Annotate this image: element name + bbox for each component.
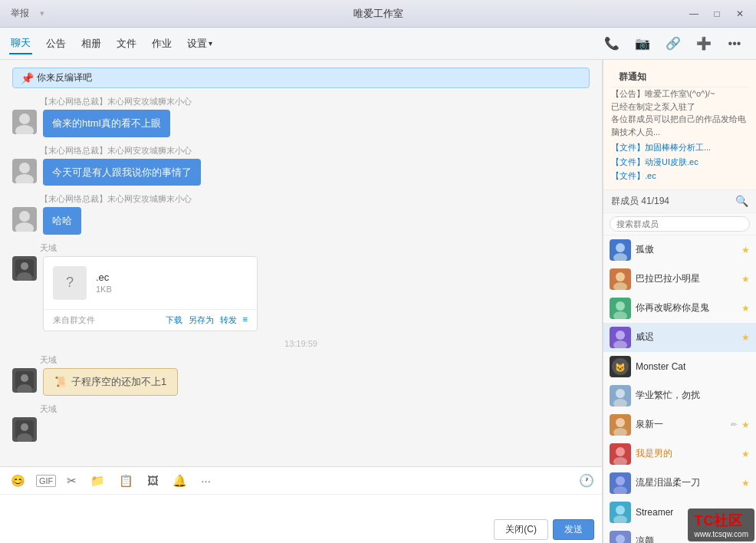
star-icon: ★ — [741, 245, 750, 255]
image-button[interactable]: 🖼 — [144, 472, 162, 489]
star-icon: ★ — [741, 303, 750, 314]
share-icon-btn[interactable]: 🔗 — [661, 31, 685, 56]
notice-file-1[interactable]: 【文件】加固棒棒分析工... — [611, 140, 748, 155]
minimize-button[interactable]: — — [684, 4, 704, 24]
file-info: .ec 1KB — [96, 272, 248, 294]
pin-icon: 📌 — [21, 72, 34, 84]
msg-sender-header: 天域 — [12, 242, 590, 254]
nav-homework[interactable]: 作业 — [150, 34, 173, 54]
member-name: 我是男的 — [636, 447, 737, 460]
avatar — [12, 368, 37, 393]
msg-row: 📜 子程序空的还加不上1 — [12, 368, 590, 396]
nav-notice[interactable]: 公告 — [44, 34, 67, 54]
members-search-button[interactable]: 🔍 — [735, 195, 748, 207]
history-clock-button[interactable]: 🕐 — [579, 473, 594, 488]
msg-sender-header: 天域 — [12, 403, 590, 415]
bell-button[interactable]: 🔔 — [169, 472, 190, 489]
file-download-link[interactable]: 下载 — [166, 314, 182, 326]
report-dropdown[interactable]: ▾ — [40, 8, 44, 18]
svg-point-2 — [19, 163, 30, 173]
svg-point-7 — [21, 262, 28, 270]
svg-point-10 — [21, 374, 28, 382]
svg-point-20 — [613, 311, 627, 319]
scissors-button[interactable]: ✂ — [64, 472, 80, 489]
svg-point-21 — [616, 331, 625, 340]
member-item-streamer[interactable]: Streamer — [603, 498, 756, 527]
call-icon-btn[interactable]: 📞 — [600, 31, 624, 56]
msg-row: 今天可是有人跟我说你的事情了 — [12, 159, 590, 186]
member-avatar — [610, 327, 631, 348]
member-avatar — [610, 268, 631, 290]
member-avatar — [610, 385, 631, 406]
pencil-icon: ✏ — [731, 420, 737, 429]
member-item[interactable]: 凉颜 — [603, 527, 756, 544]
send-buttons: 关闭(C) 发送 — [494, 519, 594, 540]
member-item[interactable]: 你再改昵称你是鬼 ★ — [603, 294, 756, 323]
member-name: 凉颜 — [636, 535, 750, 543]
add-icon-btn[interactable]: ➕ — [692, 31, 716, 56]
report-button[interactable]: 举报 — [6, 5, 34, 21]
maximize-button[interactable]: □ — [707, 4, 727, 24]
video-icon-btn[interactable]: 📷 — [630, 31, 655, 56]
svg-point-32 — [613, 486, 627, 494]
member-item[interactable]: 流星泪温柔一刀 ★ — [603, 469, 756, 498]
notice-file-3[interactable]: 【文件】.ec — [611, 169, 748, 183]
file-more-link[interactable]: ≡ — [243, 314, 248, 326]
members-list: 孤傲 ★ 巴拉巴拉小明星 ★ 你再改昵称你是鬼 ★ — [603, 235, 756, 544]
msg-sender-header: 天域 — [12, 354, 590, 366]
send-button[interactable]: 发送 — [553, 519, 594, 540]
nav-settings[interactable]: 设置 ▾ — [186, 34, 214, 54]
svg-point-15 — [616, 243, 625, 252]
file-icon: ? — [53, 266, 87, 300]
member-name: 你再改昵称你是鬼 — [636, 301, 737, 314]
avatar — [12, 207, 37, 232]
member-item[interactable]: 巴拉巴拉小明星 ★ — [603, 265, 756, 294]
member-item[interactable]: 🐱 Monster Cat — [603, 352, 756, 381]
more-icon-btn[interactable]: ••• — [722, 31, 747, 56]
emoji-button[interactable]: 😊 — [8, 472, 28, 489]
member-item[interactable]: 学业繁忙，勿扰 — [603, 381, 756, 410]
nav-file[interactable]: 文件 — [115, 34, 138, 54]
member-avatar — [610, 502, 631, 523]
input-toolbar: 😊 GIF ✂ 📁 📋 🖼 🔔 ··· 🕐 — [0, 467, 602, 495]
svg-point-34 — [613, 515, 627, 523]
member-item[interactable]: 威迟 ★ — [603, 323, 756, 352]
main-container: 📌 你来反编译吧 【末心网络总裁】末心网安攻城狮末小心 偷来的html真的看不上… — [0, 60, 756, 543]
close-chat-button[interactable]: 关闭(C) — [494, 519, 548, 540]
group-members-header: 群成员 41/194 🔍 — [603, 190, 756, 213]
nav-right: 📞 📷 🔗 ➕ ••• — [600, 31, 747, 56]
nav-album[interactable]: 相册 — [80, 34, 103, 54]
chat-area: 📌 你来反编译吧 【末心网络总裁】末心网安攻城狮末小心 偷来的html真的看不上… — [0, 60, 603, 543]
member-avatar — [610, 472, 631, 494]
input-area: 😊 GIF ✂ 📁 📋 🖼 🔔 ··· 🕐 关闭(C) 发送 — [0, 466, 602, 543]
group-notice-content: 【公告】唯爱工作室\(^o^)/~已经在制定之泵入驻了各位群成员可以把自己的作品… — [611, 87, 748, 183]
member-item[interactable]: 孤傲 ★ — [603, 235, 756, 265]
msg-row: 哈哈 — [12, 207, 590, 235]
gif-button[interactable]: GIF — [36, 475, 56, 487]
members-search-input[interactable] — [610, 216, 750, 232]
star-icon: ★ — [741, 420, 750, 430]
svg-point-30 — [613, 457, 627, 465]
svg-point-5 — [15, 222, 34, 232]
message-input[interactable] — [0, 495, 602, 516]
nav-chat[interactable]: 聊天 — [9, 33, 32, 54]
message-bubble: 哈哈 — [43, 207, 81, 235]
more-button[interactable]: ··· — [198, 472, 214, 489]
file-saveas-link[interactable]: 另存为 — [189, 314, 214, 326]
avatar — [12, 110, 37, 134]
notice-file-2[interactable]: 【文件】动漫UI皮肤.ec — [611, 155, 748, 169]
member-name: Streamer — [636, 507, 750, 518]
close-button[interactable]: ✕ — [730, 4, 750, 24]
message-group-sticker: 天域 📜 子程序空的还加不上1 — [12, 354, 590, 396]
msg-sender-header: 【末心网络总裁】末心网安攻城狮末小心 — [12, 193, 590, 205]
file-name: .ec — [96, 272, 248, 283]
folder-button[interactable]: 📁 — [87, 472, 108, 489]
svg-point-1 — [15, 125, 34, 134]
member-name: 学业繁忙，勿扰 — [636, 389, 750, 402]
screenshot-button[interactable]: 📋 — [116, 472, 136, 489]
member-item[interactable]: 我是男的 ★ — [603, 439, 756, 469]
nav-left: 聊天 公告 相册 文件 作业 设置 ▾ — [9, 33, 214, 54]
title-bar-controls: — □ ✕ — [684, 4, 750, 24]
member-item[interactable]: 泉新一 ✏ ★ — [603, 410, 756, 439]
file-forward-link[interactable]: 转发 — [220, 314, 237, 326]
